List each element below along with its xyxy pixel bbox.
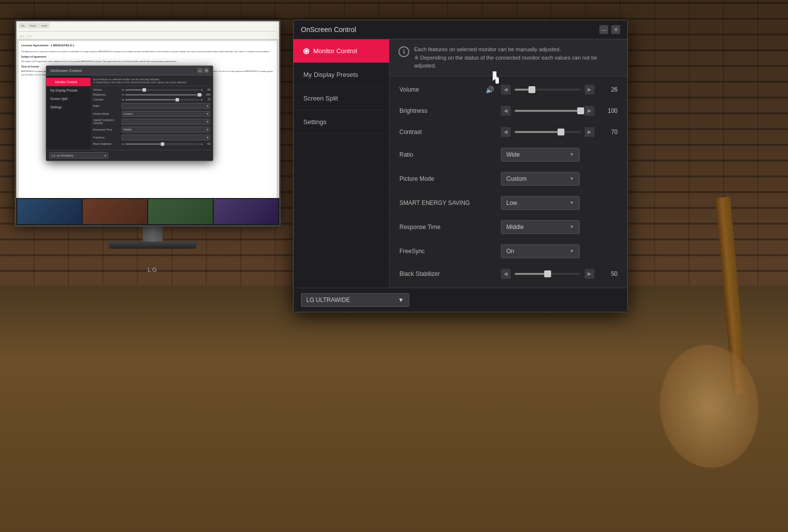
monitor: File Home Insert B I U ≡ ≡ ≡ License Agr… bbox=[15, 20, 291, 276]
volume-slider-track[interactable] bbox=[515, 89, 581, 91]
small-brightness-track[interactable] bbox=[125, 94, 199, 96]
ratio-dropdown-arrow: ▼ bbox=[569, 152, 574, 157]
minimize-button[interactable]: — bbox=[599, 25, 608, 34]
small-response-dropdown[interactable]: Middle▾ bbox=[122, 127, 210, 133]
small-osc-minimize[interactable]: — bbox=[197, 68, 202, 73]
brightness-left-arrow[interactable]: ◀ bbox=[501, 106, 511, 116]
small-volume-left[interactable]: ◀ bbox=[122, 88, 124, 91]
response-time-dropdown[interactable]: Middle ▼ bbox=[501, 220, 580, 234]
main-osc-body: Monitor Control My Display Presets Scree… bbox=[294, 39, 627, 288]
small-nav-my-display-presets[interactable]: My Display Presets bbox=[46, 86, 91, 95]
contrast-right-arrow[interactable]: ▶ bbox=[585, 127, 594, 137]
close-button[interactable]: ✕ bbox=[611, 25, 620, 34]
small-picture-mode-dropdown[interactable]: Custom▾ bbox=[122, 111, 210, 117]
small-black-left[interactable]: ◀ bbox=[122, 142, 124, 145]
brightness-label: Brightness bbox=[399, 107, 478, 114]
nav-my-display-presets[interactable]: My Display Presets bbox=[294, 63, 389, 87]
brightness-value: 100 bbox=[600, 107, 618, 114]
contrast-slider-track[interactable] bbox=[515, 131, 581, 133]
ratio-dropdown-container: Wide ▼ bbox=[501, 148, 618, 162]
response-time-control-row: Response Time Middle ▼ bbox=[390, 215, 627, 239]
black-stabilizer-slider-thumb[interactable] bbox=[544, 270, 551, 277]
small-freesync-dropdown[interactable]: ▾ bbox=[122, 134, 210, 140]
small-freesync-label: FreeSync bbox=[93, 136, 120, 139]
contrast-slider-thumb[interactable] bbox=[558, 129, 564, 135]
small-osc-window: OnScreen Control — ✕ Monitor Control My … bbox=[46, 66, 213, 161]
monitor-select-dropdown[interactable]: LG ULTRAWIDE ▼ bbox=[301, 293, 409, 307]
small-contrast-label: Contrast bbox=[93, 98, 120, 101]
small-volume-val: 26 bbox=[204, 88, 210, 91]
nav-my-display-presets-label: My Display Presets bbox=[303, 71, 358, 78]
radio-monitor-control bbox=[303, 48, 309, 54]
small-response-label: Response Time bbox=[93, 128, 120, 131]
picture-mode-dropdown-arrow: ▼ bbox=[569, 176, 574, 181]
small-black-right[interactable]: ▶ bbox=[201, 142, 203, 145]
black-stabilizer-right-arrow[interactable]: ▶ bbox=[585, 269, 594, 279]
small-volume-label: Volume bbox=[93, 88, 120, 91]
small-osc-sidebar: Monitor Control My Display Presets Scree… bbox=[46, 75, 91, 150]
volume-value: 26 bbox=[600, 86, 618, 93]
brightness-right-arrow[interactable]: ▶ bbox=[585, 106, 594, 116]
small-brightness-label: Brightness bbox=[93, 93, 120, 96]
smart-energy-dropdown-arrow: ▼ bbox=[569, 200, 574, 205]
monitor-select-arrow: ▼ bbox=[398, 297, 404, 303]
contrast-slider-container: ◀ ▶ bbox=[501, 127, 594, 137]
nav-settings[interactable]: Settings bbox=[294, 110, 389, 134]
brightness-slider-track[interactable] bbox=[515, 110, 581, 112]
small-contrast-right[interactable]: ▶ bbox=[201, 98, 203, 101]
contrast-left-arrow[interactable]: ◀ bbox=[501, 127, 511, 137]
small-osc-titlebar: OnScreen Control — ✕ bbox=[46, 66, 213, 75]
nav-monitor-control[interactable]: Monitor Control bbox=[294, 39, 389, 63]
volume-right-arrow[interactable]: ▶ bbox=[585, 85, 594, 95]
small-contrast-track[interactable] bbox=[125, 99, 199, 100]
titlebar-buttons: — ✕ bbox=[599, 25, 620, 34]
volume-slider-thumb[interactable] bbox=[528, 86, 535, 93]
small-contrast-left[interactable]: ◀ bbox=[122, 98, 124, 101]
main-sidebar: Monitor Control My Display Presets Scree… bbox=[294, 39, 390, 288]
volume-icon: 🔊 bbox=[484, 84, 495, 95]
picture-mode-label: Picture Mode bbox=[399, 175, 478, 182]
black-stabilizer-slider-container: ◀ ▶ bbox=[501, 269, 594, 279]
freesync-dropdown-container: On ▼ bbox=[501, 244, 618, 258]
small-volume-track[interactable] bbox=[125, 89, 199, 91]
small-monitor-select[interactable]: LG ULTRAWIDE ▾ bbox=[49, 152, 108, 159]
small-ratio-dropdown[interactable]: ▾ bbox=[122, 103, 210, 109]
small-brightness-right[interactable]: ▶ bbox=[201, 93, 203, 96]
picture-mode-icon bbox=[484, 173, 495, 184]
picture-mode-dropdown-value: Custom bbox=[506, 175, 526, 182]
main-osc-title: OnScreen Control bbox=[301, 26, 356, 33]
info-text: Each features on selected monitor can be… bbox=[414, 45, 619, 70]
smart-energy-control-row: SMART ENERGY SAVING Low ▼ bbox=[390, 191, 627, 215]
response-time-label: Response Time bbox=[399, 224, 478, 231]
black-stabilizer-left-arrow[interactable]: ◀ bbox=[501, 269, 511, 279]
ratio-icon bbox=[484, 149, 495, 160]
contrast-value: 70 bbox=[600, 129, 618, 135]
small-brightness-left[interactable]: ◀ bbox=[122, 93, 124, 96]
freesync-dropdown[interactable]: On ▼ bbox=[501, 244, 580, 258]
monitor-neck bbox=[143, 227, 163, 241]
brightness-slider-thumb[interactable] bbox=[577, 107, 584, 114]
volume-left-arrow[interactable]: ◀ bbox=[501, 85, 511, 95]
small-nav-screen-split[interactable]: Screen Split bbox=[46, 95, 91, 103]
small-osc-info-text: Each features on selected monitor can be… bbox=[93, 78, 210, 86]
ratio-label: Ratio bbox=[399, 151, 478, 158]
small-energy-dropdown[interactable]: ▾ bbox=[122, 119, 210, 125]
black-stabilizer-slider-track[interactable] bbox=[515, 273, 581, 275]
small-volume-right[interactable]: ▶ bbox=[201, 88, 203, 91]
picture-mode-dropdown-container: Custom ▼ bbox=[501, 172, 618, 186]
smart-energy-dropdown-container: Low ▼ bbox=[501, 196, 618, 210]
freesync-icon bbox=[484, 246, 495, 257]
picture-mode-dropdown[interactable]: Custom ▼ bbox=[501, 172, 580, 186]
small-osc-close[interactable]: ✕ bbox=[204, 68, 209, 73]
smart-energy-dropdown[interactable]: Low ▼ bbox=[501, 196, 580, 210]
contrast-slider-fill bbox=[515, 131, 561, 133]
nav-screen-split[interactable]: Screen Split bbox=[294, 87, 389, 110]
ratio-dropdown[interactable]: Wide ▼ bbox=[501, 148, 580, 162]
small-nav-settings[interactable]: Settings bbox=[46, 103, 91, 111]
contrast-icon bbox=[484, 127, 495, 137]
small-brightness-val: 100 bbox=[204, 93, 210, 96]
black-stabilizer-slider-fill bbox=[515, 273, 548, 275]
small-black-track[interactable] bbox=[125, 143, 199, 145]
small-nav-monitor-control[interactable]: Monitor Control bbox=[46, 78, 91, 86]
response-time-dropdown-value: Middle bbox=[506, 224, 524, 231]
